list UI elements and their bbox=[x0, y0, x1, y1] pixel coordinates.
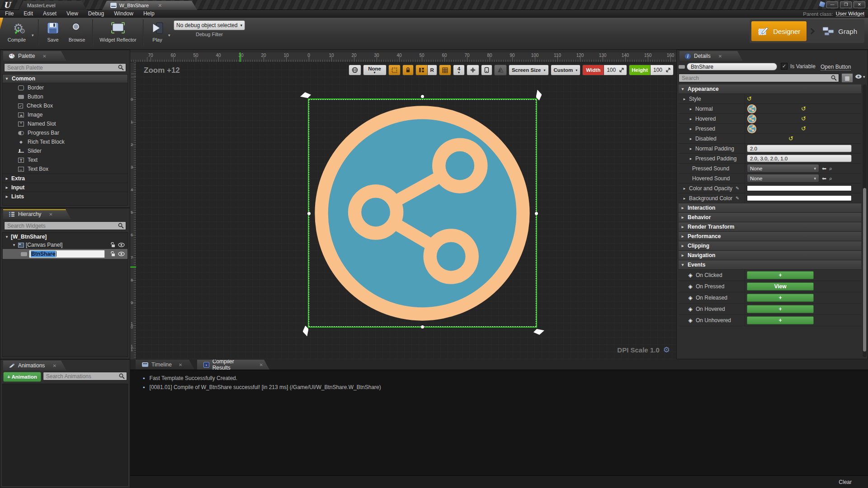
resize-handle-bottom-right[interactable] bbox=[533, 329, 544, 335]
minimize-button[interactable]: — bbox=[826, 1, 838, 8]
row-normal-padding[interactable]: ▸Normal Padding2.0 bbox=[679, 144, 861, 154]
palette-item-slider[interactable]: Slider bbox=[3, 146, 127, 155]
palette-item-button[interactable]: Button bbox=[3, 92, 127, 101]
details-section-behavior[interactable]: ▸Behavior bbox=[679, 213, 861, 222]
palette-item-check-box[interactable]: ✓Check Box bbox=[3, 101, 127, 110]
respect-locks-button[interactable]: R bbox=[428, 65, 437, 75]
palette-section-input[interactable]: ▸Input bbox=[3, 183, 127, 192]
resize-handle-top-left[interactable] bbox=[300, 92, 311, 98]
visibility-eye-icon[interactable] bbox=[118, 243, 125, 247]
close-button[interactable]: ✕ bbox=[854, 1, 865, 8]
browse-asset-icon[interactable]: ⌕ bbox=[829, 165, 832, 172]
browse-asset-icon[interactable]: ⌕ bbox=[829, 175, 832, 182]
palette-search-input[interactable] bbox=[5, 65, 118, 71]
hierarchy-selected-row[interactable]: BtnShare bbox=[3, 249, 127, 259]
row-style-normal[interactable]: ▸Normal ↺ bbox=[679, 104, 861, 114]
animations-search-input[interactable] bbox=[43, 373, 119, 380]
compile-button[interactable]: ⚙⚙✓ Compile bbox=[4, 20, 30, 42]
row-event-on-clicked[interactable]: ◈On Clicked+ bbox=[679, 270, 861, 281]
row-style[interactable]: ▸Style↺ bbox=[679, 94, 861, 104]
normal-padding-field[interactable]: 2.0 bbox=[747, 145, 852, 152]
row-pressed-sound-dropdown[interactable]: None▾ bbox=[747, 164, 819, 173]
rename-edit-box[interactable]: BtnShare bbox=[29, 250, 105, 258]
handle-dot-right[interactable] bbox=[535, 212, 538, 215]
event-add-button[interactable]: + bbox=[747, 305, 814, 313]
handle-dot-bottom[interactable] bbox=[421, 325, 424, 328]
resize-handle-top-right[interactable] bbox=[536, 90, 542, 101]
details-section-interaction[interactable]: ▸Interaction bbox=[679, 203, 861, 213]
vertical-ruler[interactable]: 01234567891011 bbox=[130, 62, 137, 359]
row-style-pressed[interactable]: ▸Pressed ↺ bbox=[679, 124, 861, 134]
designer-mode-button[interactable]: Designer bbox=[751, 21, 807, 41]
close-tab-icon[interactable]: ✕ bbox=[259, 362, 263, 367]
clear-log-button[interactable]: Clear bbox=[839, 479, 852, 485]
save-button[interactable]: Save bbox=[42, 20, 63, 42]
localization-preview-button[interactable] bbox=[349, 65, 361, 75]
details-section-clipping[interactable]: ▸Clipping bbox=[679, 241, 861, 251]
view-filter-eye-button[interactable]: ▾ bbox=[855, 74, 865, 79]
horizontal-ruler[interactable]: 7060504030201001020304050607080901001101… bbox=[130, 52, 676, 62]
row-pressed-padding[interactable]: ▸Pressed Padding2.0, 3.0, 2.0, 1.0 bbox=[679, 154, 861, 164]
outline-toggle-button[interactable] bbox=[415, 65, 428, 75]
flip-preview-button[interactable] bbox=[494, 65, 507, 75]
play-button[interactable]: Play bbox=[147, 20, 167, 42]
row-hovered-sound[interactable]: Hovered SoundNone▾⬅⌕ bbox=[679, 174, 861, 183]
row-event-on-pressed[interactable]: ◈On PressedView bbox=[679, 281, 861, 292]
pressed-padding-field[interactable]: 2.0, 3.0, 2.0, 1.0 bbox=[747, 155, 852, 162]
hierarchy-tab[interactable]: Hierarchy ✕ bbox=[3, 209, 71, 219]
reset-to-default-icon[interactable]: ↺ bbox=[801, 116, 806, 122]
design-viewport[interactable]: Zoom +12 None▾ bbox=[137, 62, 676, 359]
menu-item-window[interactable]: Window bbox=[109, 10, 138, 17]
menu-item-view[interactable]: View bbox=[61, 10, 83, 17]
menu-item-asset[interactable]: Asset bbox=[38, 10, 61, 17]
height-value-field[interactable]: 100 bbox=[650, 65, 674, 75]
reset-to-default-icon[interactable]: ↺ bbox=[801, 106, 806, 112]
hierarchy-canvas-row[interactable]: ▾ [Canvas Panel] bbox=[3, 241, 127, 249]
menu-item-edit[interactable]: Edit bbox=[19, 10, 38, 17]
animations-tab[interactable]: Animations ✕ bbox=[3, 361, 66, 371]
maximize-button[interactable]: ❒ bbox=[840, 1, 852, 8]
row-event-on-released[interactable]: ◈On Released+ bbox=[679, 292, 861, 304]
palette-item-text[interactable]: TText bbox=[3, 155, 127, 164]
grid-snap-size-dropdown[interactable]: 4▾ bbox=[453, 65, 465, 75]
palette-item-border[interactable]: Border bbox=[3, 83, 127, 92]
hierarchy-search-input[interactable] bbox=[5, 223, 118, 229]
background-color-swatch[interactable] bbox=[747, 195, 852, 201]
reset-to-default-icon[interactable]: ↺ bbox=[747, 96, 752, 102]
eyedropper-icon[interactable]: ✎ bbox=[736, 186, 739, 191]
visibility-eye-icon[interactable] bbox=[118, 252, 125, 256]
row-hovered-sound-dropdown[interactable]: None▾ bbox=[747, 174, 819, 183]
eyedropper-icon[interactable]: ✎ bbox=[736, 196, 739, 201]
details-section-appearance[interactable]: ▾Appearance bbox=[679, 84, 861, 94]
palette-item-named-slot[interactable]: *Named Slot bbox=[3, 119, 127, 128]
row-color-and-opacity[interactable]: ▸Color and Opacity✎ bbox=[679, 183, 861, 193]
reset-to-default-icon[interactable]: ↺ bbox=[801, 126, 806, 131]
row-pressed-sound[interactable]: Pressed SoundNone▾⬅⌕ bbox=[679, 164, 861, 174]
width-value-field[interactable]: 100 bbox=[604, 65, 627, 75]
fill-rule-dropdown[interactable]: Custom▾ bbox=[551, 65, 581, 75]
close-tab-icon[interactable]: ✕ bbox=[179, 362, 182, 367]
anchor-toggle-button[interactable] bbox=[388, 65, 401, 75]
use-selected-asset-icon[interactable]: ⬅ bbox=[822, 175, 826, 182]
unlocked-icon[interactable] bbox=[110, 251, 115, 257]
close-tab-icon[interactable]: ✕ bbox=[158, 3, 162, 9]
details-section-events[interactable]: ▾Events bbox=[679, 260, 861, 270]
reset-to-default-icon[interactable]: ↺ bbox=[788, 136, 793, 141]
open-button-link[interactable]: Open Button bbox=[821, 64, 851, 70]
palette-item-text-box[interactable]: Text Box bbox=[3, 164, 127, 174]
details-section-render-transform[interactable]: ▸Render Transform bbox=[679, 222, 861, 232]
row-event-on-unhovered[interactable]: ◈On Unhovered+ bbox=[679, 315, 861, 326]
asset-tab-masterlevel[interactable]: MasterLevel bbox=[19, 1, 87, 10]
palette-tab[interactable]: Palette ✕ bbox=[3, 51, 66, 61]
compiler-results-tab[interactable]: › Compiler Results ✕ bbox=[197, 360, 269, 370]
handle-dot-left[interactable] bbox=[307, 212, 311, 215]
close-panel-icon[interactable]: ✕ bbox=[52, 363, 56, 368]
graph-mode-button[interactable]: Graph bbox=[816, 21, 863, 41]
add-animation-button[interactable]: + Animation bbox=[3, 372, 41, 382]
details-section-performance[interactable]: ▸Performance bbox=[679, 232, 861, 241]
handle-dot-top[interactable] bbox=[421, 95, 424, 98]
lock-widget-button[interactable] bbox=[402, 65, 414, 75]
color-opacity-swatch[interactable] bbox=[747, 185, 852, 191]
aspect-preview-button[interactable] bbox=[481, 65, 492, 75]
debug-object-dropdown[interactable]: No debug object selected▾ bbox=[174, 20, 245, 30]
